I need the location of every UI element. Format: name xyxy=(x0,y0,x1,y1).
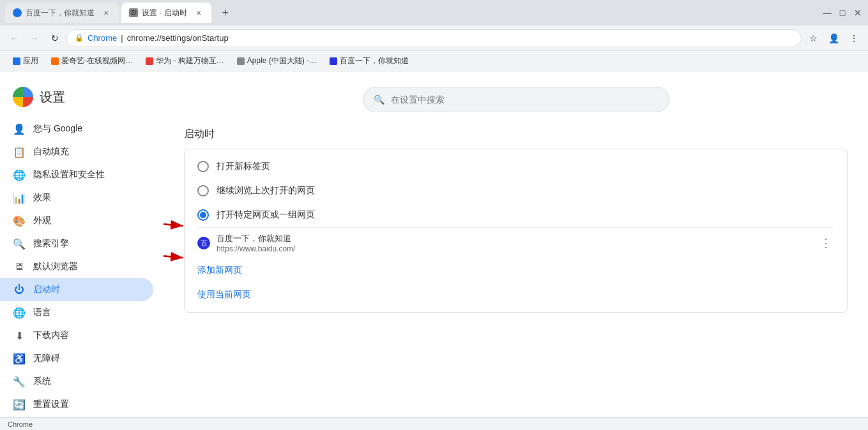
svg-line-2 xyxy=(164,219,183,226)
chrome-logo xyxy=(13,87,33,107)
reset-icon: 🔄 xyxy=(13,398,26,411)
svg-line-3 xyxy=(164,251,183,258)
close-button[interactable]: ✕ xyxy=(853,8,863,18)
sidebar-item-autofill[interactable]: 📋 自动填充 xyxy=(0,140,153,163)
minimize-button[interactable]: — xyxy=(822,8,832,18)
forward-button[interactable]: → xyxy=(26,29,43,47)
status-bar: Chrome xyxy=(0,417,868,430)
new-tab-button[interactable]: + xyxy=(217,4,234,22)
site-info: 百度一下，你就知道 https://www.baidu.com/ xyxy=(217,233,811,253)
bookmark-favicon-apps xyxy=(13,57,20,65)
browser-frame: 百度一下，你就知道 ✕ ⚙ 设置 - 启动时 ✕ + — □ ✕ ← → ↻ ⌂… xyxy=(0,0,868,430)
website-entry: 百 百度一下，你就知道 https://www.baidu.com/ ⋮ xyxy=(197,227,834,258)
tab-close-settings[interactable]: ✕ xyxy=(194,8,204,18)
sidebar-item-language[interactable]: 🌐 语言 xyxy=(0,301,153,324)
search-input[interactable] xyxy=(391,94,659,105)
sidebar-item-browser[interactable]: 🖥 默认浏览器 xyxy=(0,255,153,278)
sidebar-item-startup[interactable]: ⏻ 启动时 xyxy=(0,278,153,301)
address-url: chrome://settings/onStartup xyxy=(127,33,229,43)
chrome-label: Chrome xyxy=(88,33,117,43)
option-continue[interactable]: 继续浏览上次打开的网页 xyxy=(185,179,847,203)
sidebar-item-accessibility[interactable]: ♿ 无障碍 xyxy=(0,347,153,370)
radio-dot xyxy=(200,212,206,218)
language-icon: 🌐 xyxy=(13,306,26,319)
bookmark-apple[interactable]: Apple (中国大陆) -… xyxy=(232,54,322,69)
bookmark-label-iqiyi: 爱奇艺-在线视频网… xyxy=(61,56,133,66)
option-specific[interactable]: 打开特定网页或一组网页 xyxy=(185,203,847,227)
bookmark-apps[interactable]: 应用 xyxy=(8,54,43,69)
sidebar-label-appearance: 外观 xyxy=(33,215,51,226)
nav-right: ☆ 👤 ⋮ xyxy=(804,29,863,47)
sidebar-label-privacy: 隐私设置和安全性 xyxy=(33,169,105,181)
radio-new-tab[interactable] xyxy=(197,161,209,172)
section-title-startup: 启动时 xyxy=(184,128,848,141)
bookmark-button[interactable]: ☆ xyxy=(804,29,822,47)
search-box[interactable]: 🔍 xyxy=(363,87,669,112)
profile-button[interactable]: 👤 xyxy=(825,29,842,47)
title-bar: 百度一下，你就知道 ✕ ⚙ 设置 - 启动时 ✕ + — □ ✕ xyxy=(0,0,868,26)
tab-favicon-baidu xyxy=(13,8,22,17)
radio-specific[interactable] xyxy=(197,209,209,221)
sidebar-item-performance[interactable]: 📊 效果 xyxy=(0,186,153,209)
autofill-icon: 📋 xyxy=(13,145,26,158)
bookmark-label-huawei: 华为 - 构建万物互… xyxy=(156,56,224,66)
bookmark-baidu[interactable]: 百度一下，你就知道 xyxy=(324,54,414,69)
sidebar-item-google[interactable]: 👤 您与 Google xyxy=(0,117,153,140)
menu-button[interactable]: ⋮ xyxy=(845,29,863,47)
use-current-option[interactable]: 使用当前网页 xyxy=(185,283,847,307)
site-favicon: 百 xyxy=(197,237,210,249)
search-icon: 🔍 xyxy=(374,94,385,105)
site-name: 百度一下，你就知道 xyxy=(217,233,811,244)
tab-baidu[interactable]: 百度一下，你就知道 ✕ xyxy=(5,3,119,23)
use-current-link[interactable]: 使用当前网页 xyxy=(197,289,251,299)
sidebar-item-privacy[interactable]: 🌐 隐私设置和安全性 xyxy=(0,163,153,186)
site-more-button[interactable]: ⋮ xyxy=(818,234,834,253)
sidebar-title: 设置 xyxy=(40,89,65,106)
tab-close-baidu[interactable]: ✕ xyxy=(101,8,111,18)
startup-icon: ⏻ xyxy=(13,283,26,296)
bookmark-huawei[interactable]: 华为 - 构建万物互… xyxy=(141,54,229,69)
address-bar[interactable]: 🔒 Chrome | chrome://settings/onStartup xyxy=(66,29,802,47)
option-new-tab[interactable]: 打开新标签页 xyxy=(185,154,847,179)
tab-settings[interactable]: ⚙ 设置 - 启动时 ✕ xyxy=(121,3,211,23)
bookmark-favicon-iqiyi xyxy=(51,57,59,65)
bookmark-iqiyi[interactable]: 爱奇艺-在线视频网… xyxy=(46,54,138,69)
add-page-option[interactable]: 添加新网页 xyxy=(185,258,847,283)
browser-icon: 🖥 xyxy=(13,260,26,273)
tab-title-settings: 设置 - 启动时 xyxy=(142,8,187,19)
privacy-icon: 🌐 xyxy=(13,168,26,181)
appearance-icon: 🎨 xyxy=(13,214,26,227)
maximize-button[interactable]: □ xyxy=(837,8,848,18)
sidebar-item-reset[interactable]: 🔄 重置设置 xyxy=(0,393,153,416)
startup-options-card: 打开新标签页 继续浏览上次打开的网页 打开特定网页或一组网页 百 xyxy=(184,149,848,313)
bookmark-label-apple: Apple (中国大陆) -… xyxy=(247,56,317,66)
sidebar-item-search[interactable]: 🔍 搜索引擎 xyxy=(0,232,153,255)
radio-continue[interactable] xyxy=(197,185,209,196)
back-button[interactable]: ← xyxy=(5,29,23,47)
sidebar-item-downloads[interactable]: ⬇ 下载内容 xyxy=(0,324,153,347)
option-specific-label: 打开特定网页或一组网页 xyxy=(217,209,315,221)
performance-icon: 📊 xyxy=(13,191,26,204)
window-controls: — □ ✕ xyxy=(822,8,863,18)
bookmarks-bar: 应用 爱奇艺-在线视频网… 华为 - 构建万物互… Apple (中国大陆) -… xyxy=(0,51,868,71)
sidebar-item-system[interactable]: 🔧 系统 xyxy=(0,370,153,393)
sidebar-label-performance: 效果 xyxy=(33,192,51,204)
system-icon: 🔧 xyxy=(13,375,26,388)
person-icon: 👤 xyxy=(13,122,26,135)
bookmark-label-apps: 应用 xyxy=(23,56,38,66)
downloads-icon: ⬇ xyxy=(13,329,26,342)
sidebar-label-startup: 启动时 xyxy=(33,284,60,295)
sidebar-label-accessibility: 无障碍 xyxy=(33,353,60,364)
tab-title-baidu: 百度一下，你就知道 xyxy=(26,8,95,19)
bookmark-favicon-baidu2 xyxy=(330,57,337,65)
sidebar-label-reset: 重置设置 xyxy=(33,399,69,410)
sidebar-label-browser: 默认浏览器 xyxy=(33,261,78,272)
status-text: Chrome xyxy=(8,420,33,428)
sidebar-item-appearance[interactable]: 🎨 外观 xyxy=(0,209,153,232)
address-separator: | xyxy=(121,33,123,43)
add-page-link[interactable]: 添加新网页 xyxy=(197,265,242,275)
tab-favicon-settings: ⚙ xyxy=(129,8,138,17)
site-url: https://www.baidu.com/ xyxy=(217,244,811,253)
reload-button[interactable]: ↻ xyxy=(46,29,64,47)
sidebar: 设置 👤 您与 Google 📋 自动填充 🌐 隐私设置和安全性 📊 效果 🎨 … xyxy=(0,71,164,417)
